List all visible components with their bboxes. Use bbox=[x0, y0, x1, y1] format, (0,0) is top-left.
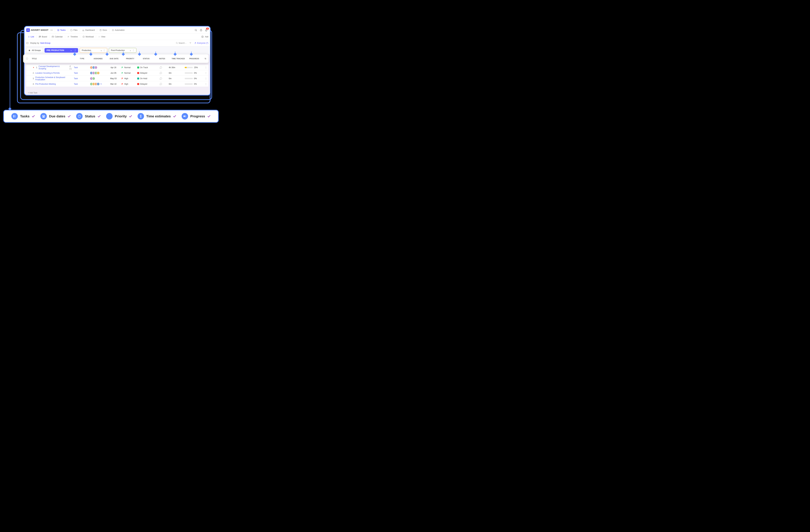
notifications-button[interactable]: 10 bbox=[204, 28, 208, 32]
time-tracked-cell[interactable]: 0m bbox=[169, 72, 185, 74]
nav-tasks[interactable]: Tasks bbox=[56, 28, 67, 32]
row-more-button[interactable]: ⋮ bbox=[204, 83, 208, 85]
time-tracked-cell[interactable]: 0m bbox=[169, 83, 185, 85]
display-by[interactable]: Display by: Sub-Group bbox=[30, 42, 50, 44]
col-due-date[interactable]: DUE DATE bbox=[106, 58, 122, 60]
type-cell[interactable]: Task bbox=[74, 83, 90, 85]
table-row[interactable]: 4.Pre-Production MeetingTask+1Mar 10High… bbox=[26, 81, 208, 87]
type-cell[interactable]: Task bbox=[74, 72, 90, 74]
col-assignee[interactable]: ASSIGNEE bbox=[90, 58, 106, 60]
progress-cell[interactable]: 25% bbox=[185, 66, 204, 69]
row-more-button[interactable]: ⋮ bbox=[204, 78, 208, 80]
col-status[interactable]: STATUS bbox=[138, 58, 154, 60]
title-cell[interactable]: 3.Production Schedule & Storyboard Final… bbox=[26, 76, 74, 81]
table-row[interactable]: 2.Location Scouting & PermitsTaskJun 05N… bbox=[26, 70, 208, 76]
select-all-checkbox[interactable] bbox=[23, 57, 31, 60]
filter-icon[interactable] bbox=[189, 42, 192, 44]
view-workload[interactable]: Workload bbox=[81, 35, 95, 38]
search-input[interactable]: Search .. bbox=[176, 42, 186, 44]
col-title[interactable]: TITLE bbox=[31, 58, 74, 60]
notes-cell[interactable] bbox=[153, 72, 169, 74]
assignee-cell[interactable] bbox=[90, 77, 106, 80]
topbar: A ADVERT SHOOT ••• Tasks Files Dashboard… bbox=[25, 27, 210, 34]
status-label: On Track bbox=[140, 66, 148, 69]
title-cell[interactable]: 1.Concept Development & Scripting⇵ (1) bbox=[26, 65, 74, 70]
more-icon[interactable]: ⋮ bbox=[132, 49, 134, 51]
due-date-cell[interactable]: Apr 16 bbox=[106, 66, 122, 69]
type-cell[interactable]: Task bbox=[74, 78, 90, 80]
col-priority[interactable]: PRIORITY bbox=[122, 58, 138, 60]
view-list[interactable]: List bbox=[26, 35, 35, 38]
col-time-tracked[interactable]: TIME TRACKED bbox=[170, 58, 186, 60]
table-row[interactable]: 3.Production Schedule & Storyboard Final… bbox=[26, 76, 208, 81]
row-more-button[interactable]: ⋮ bbox=[204, 66, 208, 69]
status-cell[interactable]: Delayed bbox=[137, 72, 153, 74]
add-view-label[interactable]: Add bbox=[205, 36, 208, 38]
project-more-button[interactable]: ••• bbox=[49, 29, 54, 31]
dashboard-icon bbox=[82, 29, 84, 31]
settings-icon[interactable] bbox=[201, 36, 204, 38]
priority-cell[interactable]: High bbox=[122, 78, 137, 80]
view-board[interactable]: Board bbox=[37, 35, 48, 38]
task-title-link[interactable]: Location Scouting & Permits bbox=[35, 72, 60, 74]
priority-cell[interactable]: Normal bbox=[122, 72, 137, 74]
due-date-cell[interactable]: Jun 05 bbox=[106, 72, 122, 74]
more-icon[interactable]: ⋮ bbox=[74, 49, 76, 51]
nav-docs[interactable]: Docs bbox=[98, 28, 108, 32]
search-button[interactable] bbox=[194, 28, 198, 32]
nav-dashboard[interactable]: Dashboard bbox=[81, 28, 96, 32]
group-production[interactable]: Production ⌄ ⋮ bbox=[80, 48, 107, 53]
notes-cell[interactable] bbox=[153, 83, 169, 85]
progress-cell[interactable]: 0% bbox=[185, 78, 204, 80]
col-type[interactable]: TYPE bbox=[74, 58, 90, 60]
due-date-cell[interactable]: May 03 bbox=[106, 78, 122, 80]
summary-item-tasks: Tasks bbox=[11, 113, 35, 119]
time-tracked-cell[interactable]: 0m bbox=[169, 78, 185, 80]
row-more-button[interactable]: ⋮ bbox=[204, 72, 208, 74]
group-pre-production[interactable]: PRE PRODUCTION ⌄ ⋮ bbox=[45, 48, 78, 53]
assignee-cell[interactable] bbox=[90, 71, 106, 74]
timer-button[interactable] bbox=[199, 28, 203, 32]
progress-cell[interactable]: 0% bbox=[185, 83, 204, 85]
group-post-production[interactable]: Post-Production ⌄ ⋮ bbox=[109, 48, 136, 53]
nav-files[interactable]: Files bbox=[69, 28, 79, 32]
title-cell[interactable]: 4.Pre-Production Meeting bbox=[26, 83, 74, 85]
assignee-cell[interactable]: +1 bbox=[90, 82, 106, 86]
table-row[interactable]: 1.Concept Development & Scripting⇵ (1)Ta… bbox=[26, 65, 208, 70]
column-settings-button[interactable] bbox=[202, 57, 209, 60]
title-cell[interactable]: 2.Location Scouting & Permits bbox=[26, 72, 74, 74]
task-title-link[interactable]: Pre-Production Meeting bbox=[35, 83, 56, 85]
status-cell[interactable]: Delayed bbox=[137, 83, 153, 85]
view-calendar[interactable]: Calendar bbox=[50, 35, 64, 38]
group-all[interactable]: All Groups bbox=[26, 48, 43, 53]
nav-automation[interactable]: Automation bbox=[111, 28, 126, 32]
add-task-button[interactable]: + Add Task bbox=[28, 92, 37, 94]
view-add[interactable]: — View bbox=[97, 35, 107, 38]
status-cell[interactable]: On Hold bbox=[137, 78, 153, 80]
check-icon bbox=[98, 115, 101, 118]
svg-point-19 bbox=[14, 117, 14, 117]
people-filter[interactable]: Everyone (7) bbox=[194, 42, 208, 44]
progress-cell[interactable]: 0% bbox=[185, 72, 204, 74]
time-tracked-cell[interactable]: 4h 30m bbox=[169, 66, 185, 69]
notes-cell[interactable] bbox=[153, 66, 169, 69]
priority-cell[interactable]: High bbox=[122, 83, 137, 85]
col-notes[interactable]: NOTES bbox=[154, 58, 170, 60]
status-cell[interactable]: On Track bbox=[137, 66, 153, 69]
type-cell[interactable]: Task bbox=[74, 66, 90, 69]
notes-cell[interactable] bbox=[153, 77, 169, 80]
project-title: ADVERT SHOOT bbox=[31, 29, 48, 31]
view-timeline[interactable]: Timeline bbox=[66, 35, 79, 38]
display-icon bbox=[26, 42, 29, 44]
svg-point-16 bbox=[206, 59, 206, 59]
more-icon[interactable]: ⋮ bbox=[103, 49, 105, 51]
due-date-cell[interactable]: Mar 10 bbox=[106, 83, 122, 85]
priority-cell[interactable]: Normal bbox=[122, 66, 137, 69]
status-dot bbox=[137, 83, 139, 85]
task-title-link[interactable]: Concept Development & Scripting bbox=[38, 65, 67, 70]
svg-point-18 bbox=[14, 116, 14, 116]
task-title-link[interactable]: Production Schedule & Storyboard Finaliz… bbox=[35, 76, 74, 81]
col-progress[interactable]: PROGRESS bbox=[186, 58, 202, 60]
progress-bar bbox=[185, 67, 193, 68]
assignee-cell[interactable] bbox=[90, 66, 106, 69]
